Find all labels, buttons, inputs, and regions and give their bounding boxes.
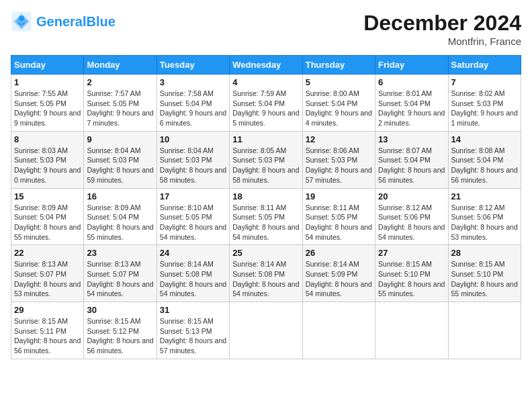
day-number: 16	[87, 191, 153, 201]
day-info: Sunrise: 7:57 AMSunset: 5:05 PMDaylight:…	[87, 89, 153, 128]
day-info: Sunrise: 8:03 AMSunset: 5:03 PMDaylight:…	[14, 146, 81, 185]
day-info: Sunrise: 7:58 AMSunset: 5:04 PMDaylight:…	[160, 89, 226, 128]
calendar-cell: 19Sunrise: 8:11 AMSunset: 5:05 PMDayligh…	[302, 188, 375, 245]
day-number: 29	[14, 305, 81, 315]
weekday-header-saturday: Saturday	[448, 56, 521, 75]
day-number: 13	[378, 134, 445, 144]
calendar-week-row: 22Sunrise: 8:13 AMSunset: 5:07 PMDayligh…	[11, 245, 521, 302]
calendar-week-row: 8Sunrise: 8:03 AMSunset: 5:03 PMDaylight…	[11, 131, 521, 188]
day-number: 28	[451, 248, 518, 258]
day-number: 24	[160, 248, 226, 258]
day-info: Sunrise: 8:06 AMSunset: 5:03 PMDaylight:…	[306, 146, 372, 185]
logo: GeneralBlue	[11, 11, 116, 32]
day-info: Sunrise: 8:15 AMSunset: 5:10 PMDaylight:…	[451, 259, 518, 299]
day-info: Sunrise: 8:15 AMSunset: 5:13 PMDaylight:…	[160, 316, 226, 356]
weekday-header-friday: Friday	[375, 56, 448, 75]
day-number: 20	[378, 191, 445, 201]
day-info: Sunrise: 8:12 AMSunset: 5:06 PMDaylight:…	[451, 203, 518, 242]
day-info: Sunrise: 8:14 AMSunset: 5:08 PMDaylight:…	[160, 259, 226, 299]
calendar-cell: 14Sunrise: 8:08 AMSunset: 5:04 PMDayligh…	[448, 131, 521, 188]
calendar-cell: 25Sunrise: 8:14 AMSunset: 5:08 PMDayligh…	[230, 245, 302, 302]
weekday-header-tuesday: Tuesday	[157, 56, 229, 75]
calendar-cell: 12Sunrise: 8:06 AMSunset: 5:03 PMDayligh…	[302, 131, 375, 188]
day-info: Sunrise: 8:04 AMSunset: 5:03 PMDaylight:…	[87, 146, 153, 185]
calendar-cell: 9Sunrise: 8:04 AMSunset: 5:03 PMDaylight…	[84, 131, 157, 188]
day-info: Sunrise: 8:10 AMSunset: 5:05 PMDaylight:…	[160, 203, 226, 242]
weekday-header-row: SundayMondayTuesdayWednesdayThursdayFrid…	[11, 56, 521, 75]
day-info: Sunrise: 8:11 AMSunset: 5:05 PMDaylight:…	[306, 203, 372, 242]
calendar-cell	[302, 302, 375, 359]
day-number: 9	[87, 134, 153, 144]
day-info: Sunrise: 8:15 AMSunset: 5:12 PMDaylight:…	[87, 316, 153, 356]
day-number: 26	[306, 248, 372, 258]
day-info: Sunrise: 8:04 AMSunset: 5:03 PMDaylight:…	[160, 146, 226, 185]
calendar-cell: 31Sunrise: 8:15 AMSunset: 5:13 PMDayligh…	[157, 302, 229, 359]
title-block: December 2024 Montfrin, France	[363, 11, 521, 47]
calendar-cell: 8Sunrise: 8:03 AMSunset: 5:03 PMDaylight…	[11, 131, 84, 188]
day-info: Sunrise: 8:08 AMSunset: 5:04 PMDaylight:…	[451, 146, 518, 185]
calendar-cell: 26Sunrise: 8:14 AMSunset: 5:09 PMDayligh…	[302, 245, 375, 302]
day-info: Sunrise: 8:13 AMSunset: 5:07 PMDaylight:…	[87, 259, 153, 299]
day-info: Sunrise: 8:01 AMSunset: 5:04 PMDaylight:…	[378, 89, 445, 128]
calendar-cell: 21Sunrise: 8:12 AMSunset: 5:06 PMDayligh…	[448, 188, 521, 245]
day-info: Sunrise: 8:07 AMSunset: 5:04 PMDaylight:…	[378, 146, 445, 185]
day-info: Sunrise: 8:00 AMSunset: 5:04 PMDaylight:…	[306, 89, 372, 128]
calendar-cell: 6Sunrise: 8:01 AMSunset: 5:04 PMDaylight…	[375, 75, 448, 132]
day-number: 4	[232, 77, 299, 87]
calendar-cell: 10Sunrise: 8:04 AMSunset: 5:03 PMDayligh…	[157, 131, 229, 188]
calendar-cell: 23Sunrise: 8:13 AMSunset: 5:07 PMDayligh…	[84, 245, 157, 302]
day-number: 31	[160, 305, 226, 315]
calendar-cell: 1Sunrise: 7:55 AMSunset: 5:05 PMDaylight…	[11, 75, 84, 132]
calendar-cell: 5Sunrise: 8:00 AMSunset: 5:04 PMDaylight…	[302, 75, 375, 132]
calendar-table: SundayMondayTuesdayWednesdayThursdayFrid…	[11, 55, 521, 359]
day-info: Sunrise: 8:12 AMSunset: 5:06 PMDaylight:…	[378, 203, 445, 242]
calendar-cell	[230, 302, 302, 359]
weekday-header-sunday: Sunday	[11, 56, 84, 75]
day-number: 7	[451, 77, 518, 87]
calendar-cell: 2Sunrise: 7:57 AMSunset: 5:05 PMDaylight…	[84, 75, 157, 132]
calendar-week-row: 29Sunrise: 8:15 AMSunset: 5:11 PMDayligh…	[11, 302, 521, 359]
svg-point-3	[19, 15, 24, 21]
calendar-week-row: 1Sunrise: 7:55 AMSunset: 5:05 PMDaylight…	[11, 75, 521, 132]
day-number: 10	[160, 134, 226, 144]
calendar-cell: 20Sunrise: 8:12 AMSunset: 5:06 PMDayligh…	[375, 188, 448, 245]
day-number: 30	[87, 305, 153, 315]
calendar-cell: 3Sunrise: 7:58 AMSunset: 5:04 PMDaylight…	[157, 75, 229, 132]
day-number: 15	[14, 191, 81, 201]
calendar-cell: 22Sunrise: 8:13 AMSunset: 5:07 PMDayligh…	[11, 245, 84, 302]
day-info: Sunrise: 8:05 AMSunset: 5:03 PMDaylight:…	[232, 146, 299, 185]
day-info: Sunrise: 7:55 AMSunset: 5:05 PMDaylight:…	[14, 89, 81, 128]
calendar-cell: 13Sunrise: 8:07 AMSunset: 5:04 PMDayligh…	[375, 131, 448, 188]
day-info: Sunrise: 8:09 AMSunset: 5:04 PMDaylight:…	[87, 203, 153, 242]
day-number: 8	[14, 134, 81, 144]
calendar-cell: 28Sunrise: 8:15 AMSunset: 5:10 PMDayligh…	[448, 245, 521, 302]
calendar-cell: 17Sunrise: 8:10 AMSunset: 5:05 PMDayligh…	[157, 188, 229, 245]
day-number: 5	[306, 77, 372, 87]
day-number: 21	[451, 191, 518, 201]
calendar-cell: 15Sunrise: 8:09 AMSunset: 5:04 PMDayligh…	[11, 188, 84, 245]
calendar-cell: 27Sunrise: 8:15 AMSunset: 5:10 PMDayligh…	[375, 245, 448, 302]
day-number: 25	[232, 248, 299, 258]
calendar-cell: 7Sunrise: 8:02 AMSunset: 5:03 PMDaylight…	[448, 75, 521, 132]
day-number: 22	[14, 248, 81, 258]
day-number: 18	[232, 191, 299, 201]
calendar-week-row: 15Sunrise: 8:09 AMSunset: 5:04 PMDayligh…	[11, 188, 521, 245]
day-info: Sunrise: 8:02 AMSunset: 5:03 PMDaylight:…	[451, 89, 518, 128]
weekday-header-wednesday: Wednesday	[230, 56, 302, 75]
calendar-cell: 11Sunrise: 8:05 AMSunset: 5:03 PMDayligh…	[230, 131, 302, 188]
day-info: Sunrise: 7:59 AMSunset: 5:04 PMDaylight:…	[232, 89, 299, 128]
weekday-header-monday: Monday	[84, 56, 157, 75]
calendar-cell: 4Sunrise: 7:59 AMSunset: 5:04 PMDaylight…	[230, 75, 302, 132]
day-number: 3	[160, 77, 226, 87]
calendar-cell: 24Sunrise: 8:14 AMSunset: 5:08 PMDayligh…	[157, 245, 229, 302]
logo-text: GeneralBlue	[36, 14, 116, 29]
page-header: GeneralBlue December 2024 Montfrin, Fran…	[11, 11, 521, 47]
day-info: Sunrise: 8:13 AMSunset: 5:07 PMDaylight:…	[14, 259, 81, 299]
location-subtitle: Montfrin, France	[363, 36, 521, 47]
day-number: 12	[306, 134, 372, 144]
day-info: Sunrise: 8:15 AMSunset: 5:10 PMDaylight:…	[378, 259, 445, 299]
weekday-header-thursday: Thursday	[302, 56, 375, 75]
calendar-cell: 29Sunrise: 8:15 AMSunset: 5:11 PMDayligh…	[11, 302, 84, 359]
logo-icon	[11, 11, 32, 32]
day-info: Sunrise: 8:11 AMSunset: 5:05 PMDaylight:…	[232, 203, 299, 242]
